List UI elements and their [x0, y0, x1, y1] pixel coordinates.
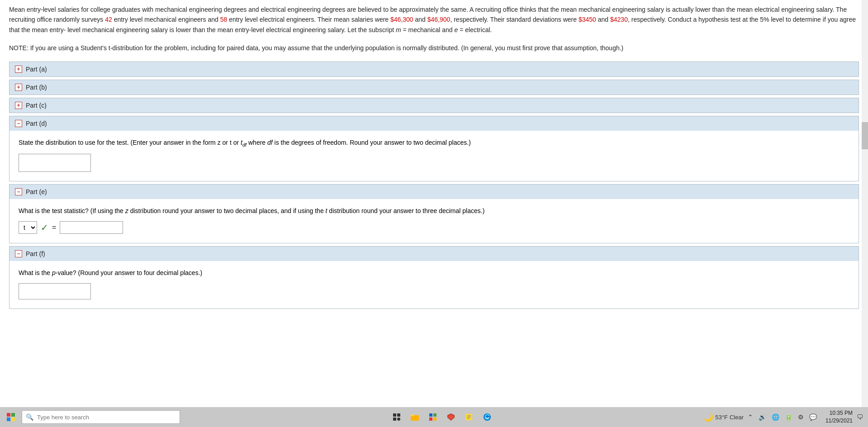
- part-d-label: Part (d): [26, 120, 47, 127]
- problem-text-after-salaries: , respectively. Their standard deviation…: [450, 16, 579, 23]
- task-view-icon: [393, 413, 401, 421]
- part-e-header[interactable]: − Part (e): [9, 185, 859, 199]
- part-d-input[interactable]: [19, 154, 91, 172]
- n1-value: 42: [105, 16, 112, 23]
- file-explorer-button[interactable]: [407, 409, 422, 425]
- taskbar-search-icon: 🔍: [26, 413, 33, 421]
- svg-point-3: [397, 418, 400, 421]
- n2-value: 58: [220, 16, 228, 23]
- notes-button[interactable]: [461, 409, 477, 425]
- part-e-stat-select[interactable]: t z: [19, 221, 37, 234]
- part-d-header[interactable]: − Part (d): [9, 116, 859, 131]
- start-button[interactable]: [4, 410, 18, 424]
- part-f-header[interactable]: − Part (f): [9, 247, 859, 261]
- part-e-input[interactable]: [60, 221, 123, 234]
- part-e-section: − Part (e) What is the test statistic? (…: [9, 184, 859, 243]
- salary1-value: $46,300: [390, 16, 413, 23]
- edge-icon: [483, 413, 491, 421]
- task-view-button[interactable]: [389, 409, 404, 425]
- part-c-label: Part (c): [26, 102, 47, 109]
- edge-button[interactable]: [479, 409, 495, 425]
- part-a-toggle-icon: +: [15, 66, 22, 73]
- text-e: = electrical.: [458, 26, 492, 33]
- problem-text-after-42: entry level mechanical engineers and: [112, 16, 220, 23]
- problem-text: Mean entry-level salaries for college gr…: [9, 5, 859, 35]
- svg-rect-6: [411, 414, 414, 416]
- svg-rect-2: [393, 418, 396, 421]
- check-icon: ✓: [41, 222, 48, 233]
- part-f-body: What is the p-value? (Round your answer …: [9, 261, 859, 308]
- notification-icon[interactable]: 🗨: [855, 413, 864, 421]
- part-f-input[interactable]: [19, 283, 91, 299]
- part-e-body: What is the test statistic? (If using th…: [9, 199, 859, 243]
- part-e-instruction: What is the test statistic? (If using th…: [19, 206, 849, 216]
- problem-text-after-58: entry level electrical engineers. Their …: [227, 16, 390, 23]
- svg-rect-1: [397, 413, 400, 417]
- part-a-header[interactable]: + Part (a): [9, 62, 859, 76]
- main-content: Mean entry-level salaries for college gr…: [0, 0, 868, 316]
- taskbar-center: [389, 409, 495, 425]
- scrollbar-thumb[interactable]: [862, 122, 868, 149]
- battery-icon[interactable]: 🔋: [783, 413, 794, 421]
- part-f-toggle-icon: −: [15, 250, 22, 257]
- file-explorer-icon: [410, 413, 419, 421]
- svg-rect-7: [429, 413, 432, 417]
- taskbar-left: 🔍: [4, 410, 180, 424]
- part-d-toggle-icon: −: [15, 120, 22, 127]
- salary2-value: $46,900: [427, 16, 451, 23]
- part-d-instruction: State the distribution to use for the te…: [19, 138, 849, 148]
- taskbar-search-bar[interactable]: 🔍: [22, 410, 180, 424]
- scrollbar-track[interactable]: [862, 0, 868, 407]
- weather-icon: 🌙: [703, 412, 713, 422]
- svg-rect-10: [433, 418, 436, 421]
- time-date-section[interactable]: 10:35 PM 11/29/2021: [821, 409, 853, 425]
- svg-rect-0: [393, 413, 396, 417]
- part-a-section: + Part (a): [9, 62, 859, 77]
- notes-icon: [465, 413, 473, 421]
- part-d-section: − Part (d) State the distribution to use…: [9, 116, 859, 181]
- chat-icon[interactable]: 💬: [808, 413, 818, 421]
- vpn-button[interactable]: [443, 409, 459, 425]
- part-e-label: Part (e): [26, 188, 47, 195]
- std2-value: $4230: [610, 16, 628, 23]
- time-display: 10:35 PM: [821, 409, 853, 417]
- part-b-section: + Part (b): [9, 80, 859, 95]
- network-icon[interactable]: 🌐: [770, 413, 781, 421]
- store-button[interactable]: [425, 409, 441, 425]
- part-f-section: − Part (f) What is the p-value? (Round y…: [9, 246, 859, 309]
- taskbar: 🔍: [0, 407, 868, 427]
- problem-text-and: and: [413, 16, 427, 23]
- date-display: 11/29/2021: [821, 417, 853, 425]
- weather-condition: Clear: [730, 414, 744, 421]
- part-c-header[interactable]: + Part (c): [9, 98, 859, 113]
- weather-temp: 53°F: [715, 414, 728, 421]
- weather-section[interactable]: 🌙 53°F Clear: [703, 412, 744, 422]
- part-d-body: State the distribution to use for the te…: [9, 131, 859, 181]
- part-b-toggle-icon: +: [15, 84, 22, 91]
- part-e-toggle-icon: −: [15, 188, 22, 195]
- std1-value: $3450: [579, 16, 596, 23]
- taskbar-right: 🌙 53°F Clear ⌃ 🔊 🌐 🔋 ⚙ 💬 10:35 PM 11/29/…: [703, 409, 864, 425]
- svg-rect-9: [429, 418, 432, 421]
- m-label: m: [396, 26, 401, 33]
- part-c-toggle-icon: +: [15, 102, 22, 109]
- part-f-label: Part (f): [26, 250, 45, 257]
- taskbar-search-input[interactable]: [37, 414, 176, 421]
- equals-sign: =: [52, 223, 56, 232]
- svg-rect-8: [433, 413, 436, 417]
- text-m: = mechanical and: [401, 26, 455, 33]
- tray-chevron-icon[interactable]: ⌃: [746, 413, 754, 421]
- part-f-instruction: What is the p-value? (Round your answer …: [19, 268, 849, 278]
- part-b-header[interactable]: + Part (b): [9, 80, 859, 95]
- part-e-input-group: t z ✓ =: [19, 221, 849, 234]
- part-c-section: + Part (c): [9, 98, 859, 113]
- settings-icon[interactable]: ⚙: [797, 413, 805, 421]
- problem-text-and2: and: [596, 16, 610, 23]
- note-text: NOTE: If you are using a Student's t-dis…: [9, 43, 859, 53]
- part-a-label: Part (a): [26, 66, 47, 73]
- store-icon: [429, 413, 437, 421]
- windows-logo-icon: [7, 413, 15, 421]
- volume-icon[interactable]: 🔊: [757, 413, 768, 421]
- shield-icon: [447, 413, 455, 421]
- part-b-label: Part (b): [26, 84, 47, 91]
